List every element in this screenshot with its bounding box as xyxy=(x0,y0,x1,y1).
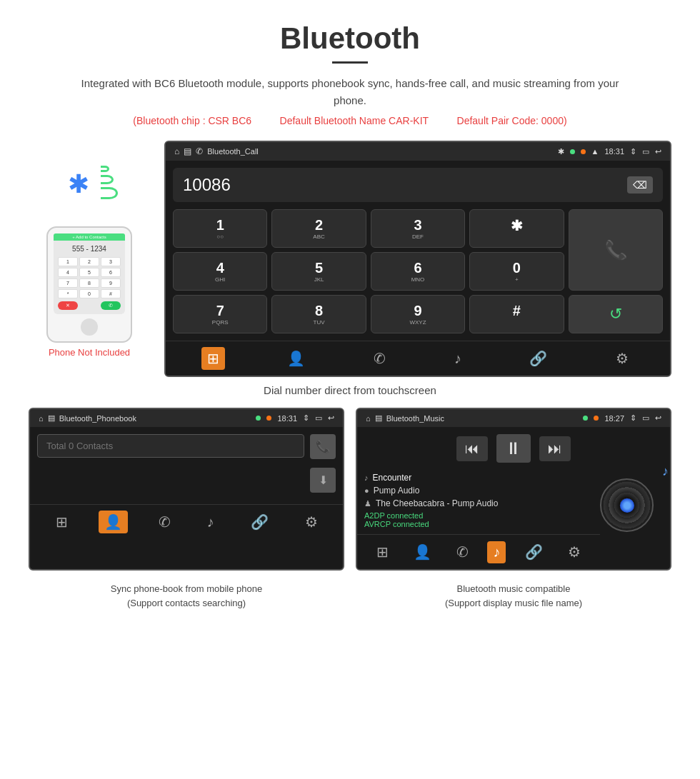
phonebook-topbar-right: 18:31 ⇕ ▭ ↩ xyxy=(256,413,334,423)
signal-wave-large xyxy=(101,187,118,199)
ms-expand-icon: ⇕ xyxy=(630,413,636,423)
track-circle-icon: ● xyxy=(364,486,369,495)
key-4[interactable]: 4GHI xyxy=(173,252,267,291)
music-controls: ⏮ ⏸ ⏭ xyxy=(357,427,670,470)
phone-screen-header: + Add to Contacts xyxy=(54,233,125,241)
track-2-name: Pump Audio xyxy=(374,486,420,496)
vinyl-disc xyxy=(600,478,654,532)
music-topbar-right: 18:27 ⇕ ▭ ↩ xyxy=(583,413,661,423)
phone-key-1: 1 xyxy=(58,257,78,266)
call-icon: ✆ xyxy=(196,146,203,156)
home-icon: ⌂ xyxy=(174,146,179,156)
phone-home-button xyxy=(81,318,98,336)
ms-back-icon: ↩ xyxy=(655,413,661,423)
status-dot-1 xyxy=(570,149,575,154)
key-0[interactable]: 0+ xyxy=(469,252,564,291)
contacts-search-input[interactable] xyxy=(37,434,304,458)
phonebook-caption: Sync phone-book from mobile phone(Suppor… xyxy=(29,582,344,610)
ms-status-dot-1 xyxy=(583,416,588,421)
phone-end-btn: ✕ xyxy=(58,301,78,310)
keypad-icon[interactable]: ⊞ xyxy=(201,347,225,370)
phonebook-topbar-left: ⌂ ▤ Bluetooth_Phonebook xyxy=(39,413,136,423)
phonebook-download-btn[interactable]: ⬇ xyxy=(310,468,336,493)
music-topbar-left: ⌂ ▤ Bluetooth_Music xyxy=(366,413,444,423)
phone-call-btn: ✆ xyxy=(101,301,121,310)
key-3[interactable]: 3DEF xyxy=(371,209,465,248)
pb-link-icon[interactable]: 🔗 xyxy=(245,511,274,533)
key-9[interactable]: 9WXYZ xyxy=(371,295,465,333)
phone-key-6: 6 xyxy=(101,268,121,277)
signal-waves xyxy=(101,166,118,202)
pb-back-icon: ↩ xyxy=(328,413,334,423)
phone-mockup: + Add to Contacts 555 - 1234 1 2 3 4 5 6… xyxy=(46,226,132,343)
music-bottombar: ⊞ 👤 ✆ ♪ 🔗 ⚙ xyxy=(357,534,600,569)
call-button[interactable]: 📞 xyxy=(569,209,663,291)
key-1[interactable]: 1○○ xyxy=(173,209,267,248)
ms-phone-icon[interactable]: ✆ xyxy=(451,541,474,563)
key-star[interactable]: ✱ xyxy=(469,209,564,248)
spec-chip: (Bluetooth chip : CSR BC6 xyxy=(133,115,251,126)
phone-screen: + Add to Contacts 555 - 1234 1 2 3 4 5 6… xyxy=(54,233,125,314)
key-2[interactable]: 2ABC xyxy=(271,209,366,248)
track-person-icon: ♟ xyxy=(364,499,371,508)
pb-phone-icon[interactable]: ✆ xyxy=(153,511,176,533)
pb-keypad-icon[interactable]: ⊞ xyxy=(50,511,74,533)
recall-button[interactable]: ↺ xyxy=(569,295,663,333)
play-pause-button[interactable]: ⏸ xyxy=(496,434,531,463)
ms-link-icon[interactable]: 🔗 xyxy=(519,541,549,563)
music-caption: Bluetooth music compatible(Support displ… xyxy=(356,582,671,610)
phone-key-hash: # xyxy=(101,289,121,298)
back-icon: ↩ xyxy=(655,147,661,156)
key-hash[interactable]: # xyxy=(469,295,564,333)
pb-menu-icon: ▤ xyxy=(48,413,55,423)
call-screen-title: Bluetooth_Call xyxy=(207,147,259,156)
ms-status-dot-2 xyxy=(594,416,599,421)
key-8[interactable]: 8TUV xyxy=(271,295,366,333)
music-icon[interactable]: ♪ xyxy=(449,348,467,370)
page-title: Bluetooth xyxy=(29,21,671,56)
phone-key-9: 9 xyxy=(101,278,121,288)
vinyl-center xyxy=(620,498,634,513)
description-text: Integrated with BC6 Bluetooth module, su… xyxy=(71,75,629,109)
pb-time: 18:31 xyxy=(277,414,297,423)
pb-title: Bluetooth_Phonebook xyxy=(59,414,136,423)
track-3-name: The Cheebacabra - Pump Audio xyxy=(376,498,498,508)
main-caption: Dial number direct from touchscreen xyxy=(29,384,671,396)
key-7[interactable]: 7PQRS xyxy=(173,295,267,333)
topbar-left: ⌂ ▤ ✆ Bluetooth_Call xyxy=(174,146,259,156)
pb-settings-icon[interactable]: ⚙ xyxy=(299,511,324,533)
music-screenshot: ⌂ ▤ Bluetooth_Music 18:27 ⇕ ▭ ↩ ⏮ ⏸ ⏭ ♪ xyxy=(356,408,671,571)
phone-keypad: 1 2 3 4 5 6 7 8 9 * 0 # xyxy=(58,257,121,298)
ms-settings-icon[interactable]: ⚙ xyxy=(562,541,586,563)
phone-icon[interactable]: ✆ xyxy=(368,347,391,370)
contacts-icon[interactable]: 👤 xyxy=(281,347,311,370)
track-1-name: Encounter xyxy=(373,473,412,483)
spec-code: Default Pair Code: 0000) xyxy=(457,115,567,126)
main-screenshot-area: ✱ + Add to Contacts 555 - 1234 1 2 3 4 5… xyxy=(29,141,671,377)
link-icon[interactable]: 🔗 xyxy=(524,347,553,370)
key-6[interactable]: 6MNO xyxy=(371,252,465,291)
topbar-right: ✱ ▲ 18:31 ⇕ ▭ ↩ xyxy=(558,147,661,156)
phone-key-3: 3 xyxy=(101,257,121,266)
title-divider xyxy=(332,61,368,64)
ms-keypad-icon[interactable]: ⊞ xyxy=(371,541,394,563)
call-screen-topbar: ⌂ ▤ ✆ Bluetooth_Call ✱ ▲ 18:31 ⇕ ▭ ↩ xyxy=(166,142,670,161)
key-5[interactable]: 5JKL xyxy=(271,252,366,291)
pb-music-icon[interactable]: ♪ xyxy=(201,511,220,533)
pb-expand-icon: ⇕ xyxy=(303,413,309,423)
pb-contacts-icon[interactable]: 👤 xyxy=(99,511,128,533)
prev-track-button[interactable]: ⏮ xyxy=(456,436,488,461)
album-art: ♪ xyxy=(600,478,657,536)
bluetooth-signal-icon: ✱ xyxy=(61,162,118,219)
time-display: 18:31 xyxy=(604,147,624,156)
phone-key-star: * xyxy=(58,289,78,298)
backspace-button[interactable]: ⌫ xyxy=(627,176,653,194)
signal-wave-medium xyxy=(101,175,114,184)
spec-name: Default Bluetooth Name CAR-KIT xyxy=(280,115,429,126)
ms-menu-icon: ▤ xyxy=(375,413,382,423)
ms-music-icon[interactable]: ♪ xyxy=(487,541,506,563)
ms-contacts-icon[interactable]: 👤 xyxy=(408,541,437,563)
settings-icon[interactable]: ⚙ xyxy=(610,347,634,370)
next-track-button[interactable]: ⏭ xyxy=(539,436,571,461)
phonebook-call-btn[interactable]: 📞 xyxy=(310,434,336,459)
